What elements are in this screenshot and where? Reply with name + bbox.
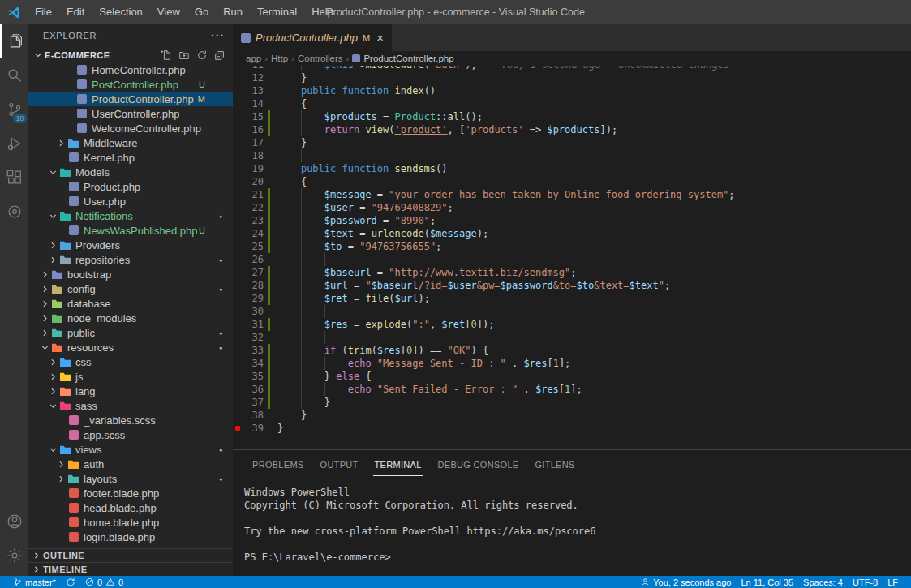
eol-setting[interactable]: LF: [883, 576, 903, 588]
new-folder-button[interactable]: [178, 49, 191, 62]
menu-go[interactable]: Go: [187, 0, 216, 24]
remote-explorer-activity-button[interactable]: [0, 195, 28, 229]
panel-tab-gitlens[interactable]: GITLENS: [533, 453, 576, 476]
code-line[interactable]: 26: [233, 253, 911, 266]
panel-tab-output[interactable]: OUTPUT: [319, 453, 360, 476]
account-activity-button[interactable]: [0, 504, 28, 539]
source-control-activity-button[interactable]: 18: [0, 92, 28, 127]
menu-run[interactable]: Run: [216, 0, 250, 24]
cursor-position[interactable]: Ln 11, Col 35: [736, 576, 798, 588]
collapse-folders-button[interactable]: [213, 49, 226, 62]
tree-file-NewsWasPublished.php[interactable]: NewsWasPublished.phpU: [28, 223, 233, 238]
tree-file-home.blade.php[interactable]: home.blade.php: [28, 515, 233, 530]
indentation-setting[interactable]: Spaces: 4: [798, 576, 848, 588]
code-line[interactable]: 21 $message = "your order has been taken…: [233, 188, 911, 201]
menu-file[interactable]: File: [28, 0, 59, 24]
tree-folder-css[interactable]: css: [28, 354, 233, 369]
problems-indicator[interactable]: 0 0: [80, 576, 128, 588]
breadcrumb-controllers[interactable]: Controllers: [298, 54, 343, 63]
code-line[interactable]: 27 $baseurl = "http://www.textit.biz/sen…: [233, 266, 911, 279]
tree-file-PostController.php[interactable]: PostController.phpU: [28, 77, 233, 92]
new-file-button[interactable]: [160, 49, 173, 62]
code-line[interactable]: 39}: [233, 422, 911, 435]
more-actions-icon[interactable]: ···: [211, 29, 225, 42]
tree-folder-public[interactable]: public●: [28, 325, 233, 340]
settings-gear-activity-button[interactable]: [0, 539, 28, 573]
tree-file-HomeController.php[interactable]: HomeController.php: [28, 62, 233, 77]
panel-tab-terminal[interactable]: TERMINAL: [373, 453, 423, 476]
tree-folder-database[interactable]: database: [28, 296, 233, 311]
code-line[interactable]: 29 $ret = file($url);: [233, 292, 911, 305]
tab-productcontroller[interactable]: ProductController.php M ×: [233, 24, 392, 51]
tree-file-login.blade.php[interactable]: login.blade.php: [28, 530, 233, 544]
code-line[interactable]: 15 $products = Product::all();: [233, 110, 911, 123]
tree-folder-views[interactable]: views●: [28, 442, 233, 457]
refresh-explorer-button[interactable]: [196, 49, 208, 62]
panel-tab-debug-console[interactable]: DEBUG CONSOLE: [436, 453, 521, 476]
breadcrumb-app[interactable]: app: [246, 54, 261, 63]
code-line[interactable]: 35 } else {: [233, 370, 911, 383]
tree-file-footer.blade.php[interactable]: footer.blade.php: [28, 486, 233, 500]
code-line[interactable]: 11 $this->middleware('auth');You, 1 seco…: [233, 66, 911, 71]
code-line[interactable]: 30: [233, 305, 911, 318]
close-tab-icon[interactable]: ×: [376, 32, 384, 44]
menu-selection[interactable]: Selection: [92, 0, 149, 24]
tree-folder-Middleware[interactable]: Middleware: [28, 135, 233, 150]
git-branch-indicator[interactable]: master*: [8, 576, 61, 588]
tree-file-UserController.php[interactable]: UserController.php: [28, 106, 233, 121]
code-line[interactable]: 23 $password = "8990";: [233, 214, 911, 227]
tree-file-User.php[interactable]: User.php: [28, 194, 233, 208]
code-line[interactable]: 31 $res = explode(":", $ret[0]);: [233, 318, 911, 331]
code-line[interactable]: 36 echo "Sent Failed - Error : " . $res[…: [233, 383, 911, 396]
code-line[interactable]: 12 }: [233, 71, 911, 84]
breadcrumb-productcontroller.php[interactable]: ProductController.php: [352, 54, 453, 63]
tree-folder-config[interactable]: config●: [28, 281, 233, 296]
code-line[interactable]: 22 $user = "94769408829";: [233, 201, 911, 214]
code-line[interactable]: 14 {: [233, 97, 911, 110]
tree-folder-repositories[interactable]: repositories●: [28, 252, 233, 267]
code-line[interactable]: 28 $url = "$baseurl/?id=$user&pw=$passwo…: [233, 279, 911, 292]
tree-folder-resources[interactable]: resources●: [28, 340, 233, 354]
tree-file-Kernel.php[interactable]: Kernel.php: [28, 150, 233, 165]
panel-tab-problems[interactable]: PROBLEMS: [251, 453, 306, 476]
code-line[interactable]: 38 }: [233, 409, 911, 422]
menu-edit[interactable]: Edit: [59, 0, 92, 24]
tree-folder-lang[interactable]: lang: [28, 384, 233, 398]
sync-button[interactable]: [61, 576, 80, 588]
extensions-activity-button[interactable]: [0, 161, 28, 195]
tree-folder-js[interactable]: js: [28, 369, 233, 384]
tree-file-Product.php[interactable]: Product.php: [28, 179, 233, 194]
code-line[interactable]: 32: [233, 331, 911, 344]
breadcrumb-http[interactable]: Http: [271, 54, 288, 63]
tree-folder-auth[interactable]: auth: [28, 457, 233, 471]
tree-folder-layouts[interactable]: layouts●: [28, 471, 233, 486]
menu-view[interactable]: View: [150, 0, 187, 24]
outline-section[interactable]: OUTLINE: [28, 548, 233, 562]
gitlens-blame-status[interactable]: You, 2 seconds ago: [636, 576, 736, 588]
tree-file-head.blade.php[interactable]: head.blade.php: [28, 500, 233, 515]
code-line[interactable]: 18: [233, 149, 911, 162]
code-line[interactable]: 37 }: [233, 396, 911, 409]
terminal[interactable]: Windows PowerShellCopyright (C) Microsof…: [233, 476, 911, 576]
code-line[interactable]: 19 public function sendsms(): [233, 162, 911, 175]
run-debug-activity-button[interactable]: [0, 127, 28, 161]
workspace-section-header[interactable]: E-COMMERCE: [28, 47, 233, 62]
code-line[interactable]: 13 public function index(): [233, 84, 911, 97]
explorer-activity-button[interactable]: [0, 24, 28, 58]
menu-terminal[interactable]: Terminal: [250, 0, 304, 24]
tree-folder-bootstrap[interactable]: bootstrap: [28, 267, 233, 281]
tree-file-WelcomeController.php[interactable]: WelcomeController.php: [28, 121, 233, 135]
code-line[interactable]: 16 return view('product', ['products' =>…: [233, 123, 911, 136]
code-line[interactable]: 25 $to = "94763756655";: [233, 240, 911, 253]
timeline-section[interactable]: TIMELINE: [28, 562, 233, 576]
code-line[interactable]: 33 if (trim($res[0]) == "OK") {: [233, 344, 911, 357]
tree-folder-node_modules[interactable]: node_modules: [28, 311, 233, 325]
tree-folder-sass[interactable]: sass: [28, 398, 233, 413]
encoding-setting[interactable]: UTF-8: [848, 576, 883, 588]
tree-file-ProductController.php[interactable]: ProductController.phpM: [28, 92, 233, 106]
code-line[interactable]: 34 echo "Message Sent - ID : " . $res[1]…: [233, 357, 911, 370]
tree-folder-Notifications[interactable]: Notifications●: [28, 208, 233, 223]
tree-file-app.scss[interactable]: app.scss: [28, 427, 233, 442]
tree-folder-Providers[interactable]: Providers: [28, 238, 233, 252]
code-line[interactable]: 24 $text = urlencode($message);: [233, 227, 911, 240]
